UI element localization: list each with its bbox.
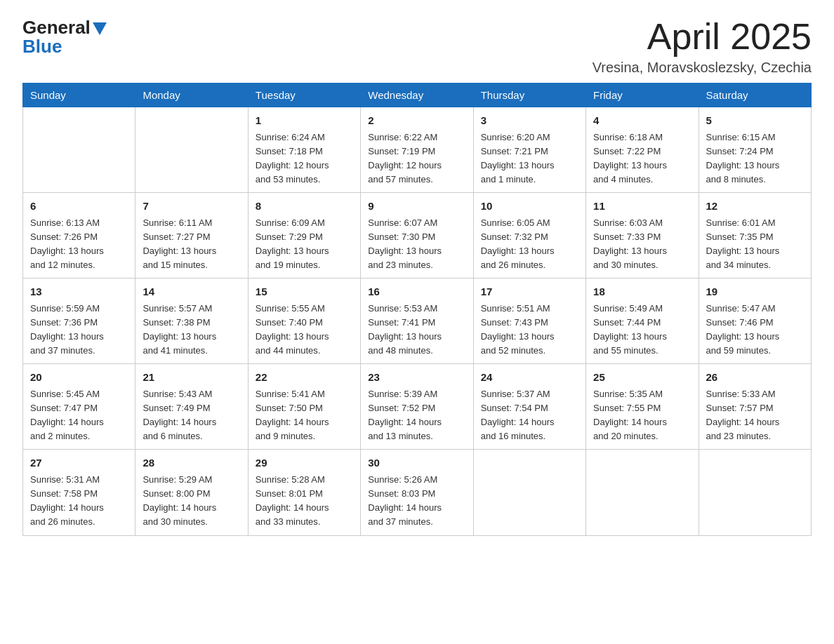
day-number: 25 bbox=[593, 370, 691, 386]
day-number: 3 bbox=[481, 113, 578, 129]
day-number: 20 bbox=[30, 370, 128, 386]
day-number: 30 bbox=[368, 455, 465, 471]
week-row-1: 1Sunrise: 6:24 AM Sunset: 7:18 PM Daylig… bbox=[23, 107, 812, 193]
day-info: Sunrise: 5:28 AM Sunset: 8:01 PM Dayligh… bbox=[256, 473, 353, 530]
logo: General Blue bbox=[22, 17, 107, 58]
calendar-cell-w5-d3: 29Sunrise: 5:28 AM Sunset: 8:01 PM Dayli… bbox=[248, 450, 360, 535]
day-number: 11 bbox=[593, 199, 691, 215]
calendar-cell-w2-d7: 12Sunrise: 6:01 AM Sunset: 7:35 PM Dayli… bbox=[699, 193, 811, 279]
day-number: 14 bbox=[143, 284, 240, 300]
day-info: Sunrise: 6:09 AM Sunset: 7:29 PM Dayligh… bbox=[256, 216, 353, 273]
day-info: Sunrise: 5:35 AM Sunset: 7:55 PM Dayligh… bbox=[593, 387, 691, 444]
calendar-cell-w3-d5: 17Sunrise: 5:51 AM Sunset: 7:43 PM Dayli… bbox=[473, 279, 585, 364]
day-number: 13 bbox=[30, 284, 128, 300]
calendar-cell-w1-d2 bbox=[135, 107, 248, 193]
calendar-cell-w3-d2: 14Sunrise: 5:57 AM Sunset: 7:38 PM Dayli… bbox=[135, 279, 248, 364]
day-info: Sunrise: 5:39 AM Sunset: 7:52 PM Dayligh… bbox=[368, 387, 465, 444]
calendar-cell-w1-d4: 2Sunrise: 6:22 AM Sunset: 7:19 PM Daylig… bbox=[361, 107, 473, 193]
header-monday: Monday bbox=[135, 83, 248, 107]
day-number: 19 bbox=[706, 284, 804, 300]
calendar-cell-w3-d7: 19Sunrise: 5:47 AM Sunset: 7:46 PM Dayli… bbox=[699, 279, 811, 364]
logo-blue-text: Blue bbox=[22, 36, 62, 58]
day-number: 9 bbox=[368, 199, 465, 215]
day-number: 23 bbox=[368, 370, 465, 386]
calendar-cell-w5-d1: 27Sunrise: 5:31 AM Sunset: 7:58 PM Dayli… bbox=[23, 450, 135, 535]
page-header: General Blue April 2025 Vresina, Moravsk… bbox=[22, 17, 812, 76]
day-info: Sunrise: 5:41 AM Sunset: 7:50 PM Dayligh… bbox=[256, 387, 353, 444]
week-row-5: 27Sunrise: 5:31 AM Sunset: 7:58 PM Dayli… bbox=[23, 450, 812, 535]
calendar-cell-w4-d4: 23Sunrise: 5:39 AM Sunset: 7:52 PM Dayli… bbox=[361, 364, 473, 450]
day-number: 10 bbox=[481, 199, 578, 215]
svg-marker-0 bbox=[93, 22, 107, 35]
calendar-cell-w3-d6: 18Sunrise: 5:49 AM Sunset: 7:44 PM Dayli… bbox=[586, 279, 699, 364]
day-number: 21 bbox=[143, 370, 240, 386]
calendar-cell-w5-d2: 28Sunrise: 5:29 AM Sunset: 8:00 PM Dayli… bbox=[135, 450, 248, 535]
day-info: Sunrise: 6:22 AM Sunset: 7:19 PM Dayligh… bbox=[368, 130, 465, 187]
day-number: 16 bbox=[368, 284, 465, 300]
day-info: Sunrise: 5:26 AM Sunset: 8:03 PM Dayligh… bbox=[368, 473, 465, 530]
location-title: Vresina, Moravskoslezsky, Czechia bbox=[593, 60, 812, 76]
day-info: Sunrise: 6:20 AM Sunset: 7:21 PM Dayligh… bbox=[481, 130, 578, 187]
header-saturday: Saturday bbox=[699, 83, 811, 107]
day-info: Sunrise: 6:03 AM Sunset: 7:33 PM Dayligh… bbox=[593, 216, 691, 273]
day-number: 18 bbox=[593, 284, 691, 300]
day-number: 28 bbox=[143, 455, 240, 471]
calendar-cell-w5-d6 bbox=[586, 450, 699, 535]
day-info: Sunrise: 5:31 AM Sunset: 7:58 PM Dayligh… bbox=[30, 473, 128, 530]
day-info: Sunrise: 6:07 AM Sunset: 7:30 PM Dayligh… bbox=[368, 216, 465, 273]
day-info: Sunrise: 6:11 AM Sunset: 7:27 PM Dayligh… bbox=[143, 216, 240, 273]
day-info: Sunrise: 5:45 AM Sunset: 7:47 PM Dayligh… bbox=[30, 387, 128, 444]
day-info: Sunrise: 6:15 AM Sunset: 7:24 PM Dayligh… bbox=[706, 130, 804, 187]
calendar-cell-w2-d2: 7Sunrise: 6:11 AM Sunset: 7:27 PM Daylig… bbox=[135, 193, 248, 279]
day-info: Sunrise: 6:01 AM Sunset: 7:35 PM Dayligh… bbox=[706, 216, 804, 273]
calendar-cell-w5-d5 bbox=[473, 450, 585, 535]
calendar-table: Sunday Monday Tuesday Wednesday Thursday… bbox=[22, 83, 812, 535]
day-number: 12 bbox=[706, 199, 804, 215]
day-info: Sunrise: 5:57 AM Sunset: 7:38 PM Dayligh… bbox=[143, 302, 240, 358]
day-info: Sunrise: 5:49 AM Sunset: 7:44 PM Dayligh… bbox=[593, 302, 691, 358]
day-info: Sunrise: 6:24 AM Sunset: 7:18 PM Dayligh… bbox=[256, 130, 353, 187]
day-info: Sunrise: 5:43 AM Sunset: 7:49 PM Dayligh… bbox=[143, 387, 240, 444]
calendar-cell-w4-d3: 22Sunrise: 5:41 AM Sunset: 7:50 PM Dayli… bbox=[248, 364, 360, 450]
week-row-3: 13Sunrise: 5:59 AM Sunset: 7:36 PM Dayli… bbox=[23, 279, 812, 364]
day-number: 29 bbox=[256, 455, 353, 471]
day-number: 2 bbox=[368, 113, 465, 129]
week-row-4: 20Sunrise: 5:45 AM Sunset: 7:47 PM Dayli… bbox=[23, 364, 812, 450]
calendar-cell-w4-d2: 21Sunrise: 5:43 AM Sunset: 7:49 PM Dayli… bbox=[135, 364, 248, 450]
month-title: April 2025 bbox=[593, 17, 812, 57]
calendar-cell-w1-d5: 3Sunrise: 6:20 AM Sunset: 7:21 PM Daylig… bbox=[473, 107, 585, 193]
calendar-cell-w4-d6: 25Sunrise: 5:35 AM Sunset: 7:55 PM Dayli… bbox=[586, 364, 699, 450]
day-number: 15 bbox=[256, 284, 353, 300]
calendar-cell-w3-d4: 16Sunrise: 5:53 AM Sunset: 7:41 PM Dayli… bbox=[361, 279, 473, 364]
day-info: Sunrise: 6:18 AM Sunset: 7:22 PM Dayligh… bbox=[593, 130, 691, 187]
header-tuesday: Tuesday bbox=[248, 83, 360, 107]
day-info: Sunrise: 5:29 AM Sunset: 8:00 PM Dayligh… bbox=[143, 473, 240, 530]
calendar-cell-w5-d4: 30Sunrise: 5:26 AM Sunset: 8:03 PM Dayli… bbox=[361, 450, 473, 535]
calendar-cell-w4-d1: 20Sunrise: 5:45 AM Sunset: 7:47 PM Dayli… bbox=[23, 364, 135, 450]
day-info: Sunrise: 5:51 AM Sunset: 7:43 PM Dayligh… bbox=[481, 302, 578, 358]
calendar-cell-w2-d1: 6Sunrise: 6:13 AM Sunset: 7:26 PM Daylig… bbox=[23, 193, 135, 279]
header-sunday: Sunday bbox=[23, 83, 135, 107]
calendar-cell-w2-d5: 10Sunrise: 6:05 AM Sunset: 7:32 PM Dayli… bbox=[473, 193, 585, 279]
day-number: 24 bbox=[481, 370, 578, 386]
weekday-header-row: Sunday Monday Tuesday Wednesday Thursday… bbox=[23, 83, 812, 107]
header-friday: Friday bbox=[586, 83, 699, 107]
calendar-cell-w4-d7: 26Sunrise: 5:33 AM Sunset: 7:57 PM Dayli… bbox=[699, 364, 811, 450]
calendar-cell-w3-d3: 15Sunrise: 5:55 AM Sunset: 7:40 PM Dayli… bbox=[248, 279, 360, 364]
day-info: Sunrise: 5:55 AM Sunset: 7:40 PM Dayligh… bbox=[256, 302, 353, 358]
calendar-cell-w2-d4: 9Sunrise: 6:07 AM Sunset: 7:30 PM Daylig… bbox=[361, 193, 473, 279]
title-block: April 2025 Vresina, Moravskoslezsky, Cze… bbox=[593, 17, 812, 76]
day-number: 6 bbox=[30, 199, 128, 215]
header-wednesday: Wednesday bbox=[361, 83, 473, 107]
calendar-cell-w5-d7 bbox=[699, 450, 811, 535]
day-info: Sunrise: 5:59 AM Sunset: 7:36 PM Dayligh… bbox=[30, 302, 128, 358]
day-number: 4 bbox=[593, 113, 691, 129]
calendar-cell-w1-d3: 1Sunrise: 6:24 AM Sunset: 7:18 PM Daylig… bbox=[248, 107, 360, 193]
header-thursday: Thursday bbox=[473, 83, 585, 107]
calendar-cell-w1-d6: 4Sunrise: 6:18 AM Sunset: 7:22 PM Daylig… bbox=[586, 107, 699, 193]
day-number: 8 bbox=[256, 199, 353, 215]
day-number: 22 bbox=[256, 370, 353, 386]
day-info: Sunrise: 6:13 AM Sunset: 7:26 PM Dayligh… bbox=[30, 216, 128, 273]
day-number: 17 bbox=[481, 284, 578, 300]
logo-triangle-icon bbox=[93, 22, 107, 36]
